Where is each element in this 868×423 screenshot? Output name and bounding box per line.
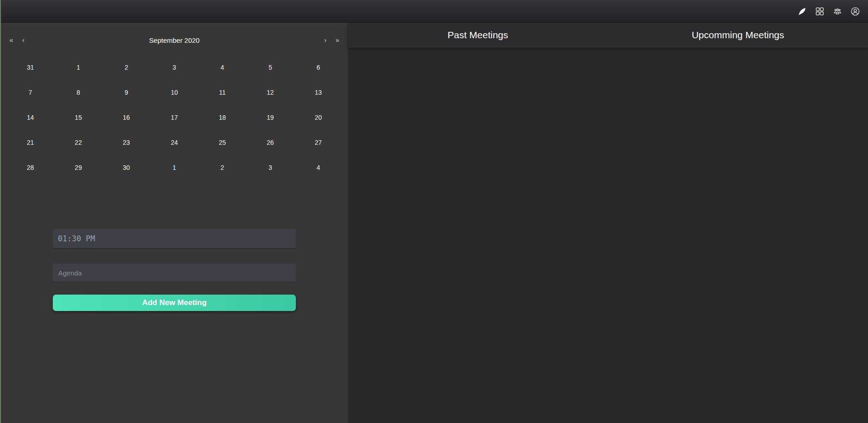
team-button[interactable] bbox=[832, 6, 843, 17]
calendar-day[interactable]: 12 bbox=[246, 80, 294, 105]
calendar-day[interactable]: 16 bbox=[102, 105, 150, 130]
calendar-day[interactable]: 14 bbox=[6, 105, 54, 130]
calendar-day[interactable]: 17 bbox=[150, 105, 198, 130]
calendar-day[interactable]: 2 bbox=[102, 55, 150, 80]
calendar-day[interactable]: 3 bbox=[246, 155, 294, 180]
calendar-navigation: « ‹ September 2020 › » bbox=[6, 32, 342, 48]
calendar-day[interactable]: 31 bbox=[6, 55, 54, 80]
feather-button[interactable] bbox=[797, 6, 807, 17]
calendar-day[interactable]: 3 bbox=[150, 55, 198, 80]
calendar-day[interactable]: 19 bbox=[246, 105, 294, 130]
calendar-grid: 3112345678910111213141516171819202122232… bbox=[6, 55, 342, 180]
meetings-list-area bbox=[348, 47, 868, 423]
calendar-day[interactable]: 4 bbox=[294, 155, 342, 180]
top-navbar bbox=[1, 0, 868, 23]
calendar-day[interactable]: 21 bbox=[6, 130, 54, 155]
next-year-button[interactable]: » bbox=[332, 35, 342, 45]
feather-icon bbox=[797, 6, 807, 16]
calendar-day[interactable]: 24 bbox=[150, 130, 198, 155]
calendar-day[interactable]: 20 bbox=[294, 105, 342, 130]
calendar-day[interactable]: 23 bbox=[102, 130, 150, 155]
meetings-header: Past Meetings Upcomming Meetings bbox=[348, 23, 868, 47]
apps-grid-button[interactable] bbox=[814, 6, 825, 17]
main-area: « ‹ September 2020 › » 31123456789101112… bbox=[1, 23, 868, 423]
calendar-day[interactable]: 18 bbox=[198, 105, 246, 130]
calendar-day[interactable]: 10 bbox=[150, 80, 198, 105]
apps-grid-icon bbox=[815, 6, 825, 16]
calendar-day[interactable]: 5 bbox=[246, 55, 294, 80]
calendar-nav-right: › » bbox=[321, 35, 342, 45]
calendar-nav-left: « ‹ bbox=[6, 35, 27, 45]
meeting-time-input[interactable] bbox=[53, 229, 296, 248]
calendar-day[interactable]: 27 bbox=[294, 130, 342, 155]
calendar-day[interactable]: 7 bbox=[6, 80, 54, 105]
upcoming-meetings-title: Upcomming Meetings bbox=[608, 23, 868, 47]
team-icon bbox=[832, 6, 843, 16]
calendar-day[interactable]: 4 bbox=[198, 55, 246, 80]
profile-icon bbox=[850, 6, 860, 16]
calendar-day[interactable]: 6 bbox=[294, 55, 342, 80]
calendar-day[interactable]: 1 bbox=[150, 155, 198, 180]
prev-month-button[interactable]: ‹ bbox=[19, 35, 28, 45]
calendar: « ‹ September 2020 › » 31123456789101112… bbox=[1, 23, 348, 180]
add-meeting-button[interactable]: Add New Meeting bbox=[53, 295, 296, 311]
calendar-day[interactable]: 1 bbox=[54, 55, 102, 80]
calendar-day[interactable]: 11 bbox=[198, 80, 246, 105]
calendar-day[interactable]: 15 bbox=[54, 105, 102, 130]
profile-button[interactable] bbox=[850, 6, 861, 17]
calendar-day[interactable]: 22 bbox=[54, 130, 102, 155]
calendar-day[interactable]: 28 bbox=[6, 155, 54, 180]
calendar-day[interactable]: 2 bbox=[198, 155, 246, 180]
prev-year-button[interactable]: « bbox=[6, 35, 16, 45]
left-panel: « ‹ September 2020 › » 31123456789101112… bbox=[1, 23, 348, 423]
calendar-day[interactable]: 13 bbox=[294, 80, 342, 105]
month-year-label[interactable]: September 2020 bbox=[27, 36, 321, 44]
right-panel: Past Meetings Upcomming Meetings bbox=[348, 23, 868, 423]
app-root: « ‹ September 2020 › » 31123456789101112… bbox=[0, 0, 868, 423]
calendar-day[interactable]: 8 bbox=[54, 80, 102, 105]
next-month-button[interactable]: › bbox=[321, 35, 330, 45]
agenda-input[interactable] bbox=[53, 264, 296, 282]
calendar-day[interactable]: 9 bbox=[102, 80, 150, 105]
past-meetings-title: Past Meetings bbox=[348, 23, 608, 47]
calendar-day[interactable]: 26 bbox=[246, 130, 294, 155]
new-meeting-form: Add New Meeting bbox=[53, 229, 296, 311]
calendar-day[interactable]: 25 bbox=[198, 130, 246, 155]
calendar-day[interactable]: 30 bbox=[102, 155, 150, 180]
calendar-day[interactable]: 29 bbox=[54, 155, 102, 180]
